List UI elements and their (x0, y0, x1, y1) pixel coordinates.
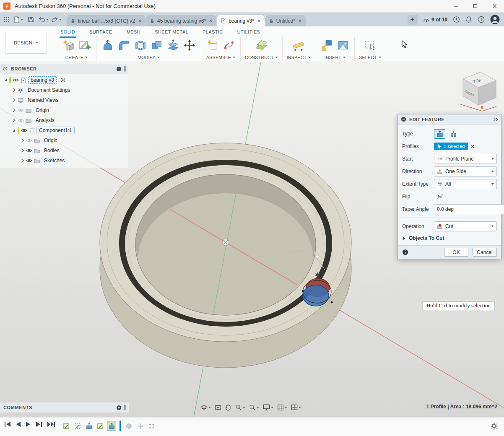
tree-item-label[interactable]: Origin (33, 106, 52, 114)
display-settings-button[interactable] (263, 404, 273, 410)
step-back-button[interactable] (16, 421, 21, 427)
tree-item-bodies[interactable]: Bodies (0, 145, 128, 156)
insert-derive-button[interactable] (320, 37, 334, 53)
doc-tab-untitled[interactable]: Untitled* (265, 15, 306, 26)
browser-header[interactable]: BROWSER (0, 64, 128, 74)
tree-item-sketches[interactable]: Sketches (0, 156, 128, 166)
panel-minus-icon[interactable] (116, 66, 122, 72)
info-icon[interactable] (402, 249, 408, 255)
taper-angle-input[interactable] (434, 204, 504, 214)
timeline-sketch-feature[interactable] (73, 421, 82, 431)
browser-scrollbar[interactable] (124, 66, 126, 72)
viewports-button[interactable] (291, 404, 301, 410)
direction-select[interactable]: One Side (434, 166, 497, 176)
doc-tab-linear-ball[interactable]: linear ball ...5x8 (CTC) v2 (67, 15, 145, 26)
tree-item-named-views[interactable]: Named Views (0, 95, 128, 105)
close-tab-icon[interactable] (209, 19, 213, 23)
eye-off-icon[interactable] (18, 108, 24, 113)
comments-scrollbar[interactable] (124, 405, 126, 410)
tree-item-label[interactable]: Analysis (33, 117, 57, 124)
press-pull-button[interactable] (101, 37, 115, 53)
objects-to-cut-expander[interactable]: Objects To Cut (402, 233, 497, 244)
help-icon[interactable]: ? (478, 16, 485, 23)
eye-icon[interactable] (26, 158, 32, 163)
skip-to-end-button[interactable] (47, 421, 55, 427)
timeline-extrude-feature-editing[interactable] (107, 421, 116, 431)
tree-item-label[interactable]: Document Settings (25, 86, 73, 94)
group-insert-label[interactable]: INSERT (325, 55, 346, 60)
tree-item-label[interactable]: bearing v3 (28, 76, 57, 84)
extent-type-select[interactable]: All (434, 179, 497, 189)
select-button[interactable] (363, 37, 377, 53)
joint-button[interactable] (222, 37, 236, 53)
tree-item-document-settings[interactable]: Document Settings (0, 85, 128, 95)
tree-item-analysis[interactable]: Analysis (0, 115, 128, 125)
tree-item-origin[interactable]: Origin (0, 105, 128, 115)
group-create-label[interactable]: CREATE (65, 55, 88, 60)
timeline-suppressed-move-feature[interactable] (135, 421, 145, 431)
user-avatar[interactable] (490, 15, 500, 24)
notifications-bell-icon[interactable] (465, 16, 472, 23)
new-solid-button[interactable] (61, 37, 75, 53)
activate-radio-icon[interactable] (60, 77, 66, 83)
timeline-sketch-feature[interactable] (96, 421, 105, 431)
dock-dialog-icon[interactable] (493, 117, 498, 122)
eye-icon[interactable] (26, 148, 32, 153)
collapse-dialog-icon[interactable] (401, 117, 406, 122)
timeline-extrude-feature[interactable] (84, 421, 94, 431)
new-tab-button[interactable] (408, 15, 418, 25)
timeline-sketch-feature[interactable] (62, 421, 71, 431)
app-grid-icon[interactable] (1, 15, 12, 25)
caret-expanded-icon[interactable] (12, 128, 16, 132)
caret-expanded-icon[interactable] (3, 78, 8, 82)
combine-button[interactable] (150, 37, 164, 53)
close-button[interactable] (485, 0, 504, 13)
caret-collapsed-icon[interactable] (20, 138, 24, 143)
job-status[interactable]: 9 of 10 (423, 17, 447, 23)
close-tab-icon[interactable] (298, 19, 302, 23)
eye-off-icon[interactable] (18, 118, 24, 123)
flip-button[interactable] (434, 192, 445, 202)
thin-extrude-type-button[interactable] (448, 129, 459, 139)
file-menu-button[interactable] (14, 16, 23, 23)
doc-tab-45-bearing-testing[interactable]: 45 bearing testing v6* (146, 15, 216, 26)
tree-item-label[interactable]: Component1:1 (36, 127, 75, 134)
orbit-button[interactable] (200, 404, 211, 411)
eye-icon[interactable] (21, 128, 27, 133)
group-inspect-label[interactable]: INSPECT (287, 55, 311, 60)
extensions-clock-icon[interactable] (453, 16, 460, 23)
caret-collapsed-icon[interactable] (20, 148, 24, 153)
tree-item-label[interactable]: Bodies (42, 147, 62, 154)
comments-panel-header[interactable]: COMMENTS (0, 402, 129, 413)
move-copy-button[interactable] (182, 37, 197, 53)
measure-button[interactable] (291, 37, 306, 53)
pan-button[interactable] (225, 404, 231, 411)
panel-plus-icon[interactable] (116, 405, 122, 410)
undo-button[interactable] (38, 16, 49, 23)
operation-select[interactable]: Cut (434, 221, 497, 231)
redo-button[interactable] (51, 16, 62, 23)
caret-collapsed-icon[interactable] (12, 88, 16, 92)
group-construct-label[interactable]: CONSTRUCT (245, 55, 278, 60)
timeline-position-marker[interactable] (120, 420, 121, 431)
eye-off-icon[interactable] (26, 138, 32, 143)
create-sketch-button[interactable] (78, 37, 92, 53)
zoom-window-button[interactable] (235, 404, 245, 411)
fillet-button[interactable] (117, 37, 131, 53)
tree-item-component1[interactable]: Component1:1 (0, 125, 128, 135)
grid-settings-button[interactable] (277, 404, 287, 411)
workspace-selector[interactable]: DESIGN (5, 32, 47, 54)
construction-plane-button[interactable] (254, 37, 268, 53)
profiles-selected-chip[interactable]: 1 selected (434, 143, 468, 150)
minimize-button[interactable] (446, 0, 465, 13)
caret-collapsed-icon[interactable] (12, 118, 16, 122)
skip-to-start-button[interactable] (4, 421, 11, 427)
origin-marker[interactable] (222, 239, 229, 246)
tree-item-label[interactable]: Origin (42, 137, 60, 144)
group-modify-label[interactable]: MODIFY (138, 55, 160, 60)
close-tab-icon[interactable] (257, 19, 261, 23)
dialog-titlebar[interactable]: EDIT FEATURE (398, 114, 501, 125)
timeline-settings-gear-icon[interactable] (490, 422, 498, 430)
save-button[interactable] (25, 15, 36, 25)
extrude-type-button[interactable] (434, 129, 445, 139)
